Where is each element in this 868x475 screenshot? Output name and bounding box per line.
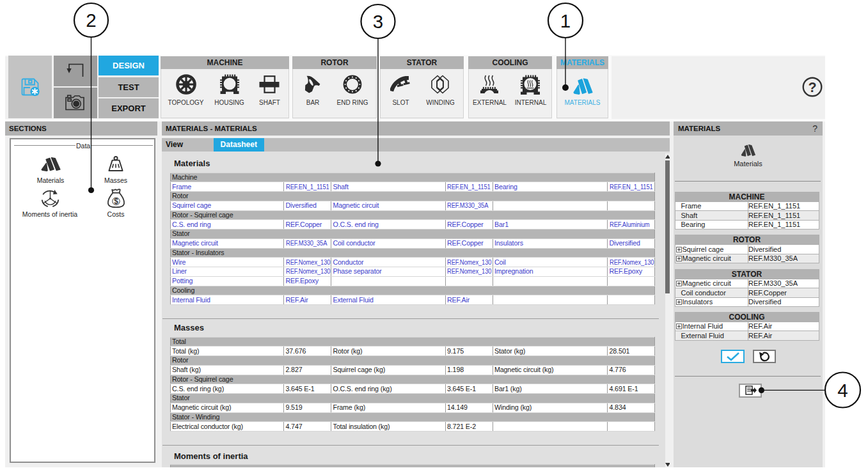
svg-text:1: 1	[560, 10, 571, 31]
svg-text:3: 3	[373, 11, 383, 32]
svg-text:4: 4	[837, 380, 848, 401]
svg-text:2: 2	[86, 10, 96, 31]
